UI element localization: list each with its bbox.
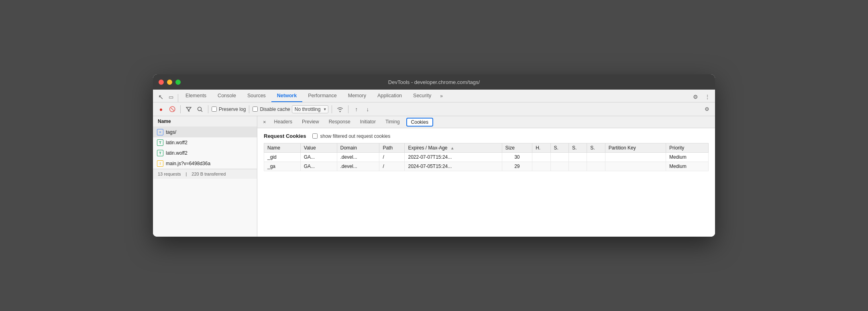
tab-response[interactable]: Response (324, 116, 355, 128)
tab-cookies[interactable]: Cookies (406, 118, 433, 127)
devtools-body: ↖ ▭ Elements Console Sources Network Per… (153, 90, 715, 237)
col-header-partition-key[interactable]: Partition Key (605, 143, 666, 153)
cursor-icon[interactable]: ↖ (155, 92, 166, 102)
file-item-latin1[interactable]: T latin.woff2 (153, 137, 257, 148)
sec-divider-2 (208, 105, 208, 113)
wifi-icon[interactable] (335, 104, 345, 114)
main-tabs-bar: ↖ ▭ Elements Console Sources Network Per… (153, 90, 715, 102)
cookie-ga-s3 (587, 162, 605, 171)
tab-initiator[interactable]: Initiator (355, 116, 381, 128)
svg-line-1 (201, 110, 203, 112)
cookie-row-ga[interactable]: _ga GA... .devel... / 2024-07-05T15:24..… (264, 162, 709, 171)
secondary-toolbar: ● 🚫 Preserve log Dis (153, 102, 715, 116)
col-header-size[interactable]: Size (502, 143, 532, 153)
col-header-path[interactable]: Path (379, 143, 405, 153)
detail-panel: × Headers Preview Response Initiator Tim… (257, 116, 715, 237)
mobile-icon[interactable]: ▭ (166, 92, 176, 102)
filter-icon[interactable] (184, 104, 194, 114)
tab-memory[interactable]: Memory (342, 90, 372, 102)
minimize-button[interactable] (167, 80, 172, 85)
settings-icon[interactable]: ⚙ (690, 92, 701, 102)
maximize-button[interactable] (175, 80, 181, 85)
throttle-select[interactable]: No throttling (292, 105, 328, 113)
col-header-s1[interactable]: S. (550, 143, 568, 153)
col-header-domain[interactable]: Domain (337, 143, 379, 153)
cookie-ga-s1 (550, 162, 568, 171)
cookies-area: Request Cookies show filtered out reques… (257, 128, 715, 237)
file-item-mainjs[interactable]: ! main.js?v=6498d36a (153, 158, 257, 169)
tab-elements[interactable]: Elements (180, 90, 212, 102)
cookie-gid-path: / (379, 153, 405, 162)
preserve-log-checkbox[interactable]: Preserve log (212, 106, 246, 112)
cookie-gid-s1 (550, 153, 568, 162)
tab-application[interactable]: Application (372, 90, 408, 102)
record-button[interactable]: ● (156, 104, 166, 114)
sort-arrow: ▲ (450, 146, 454, 150)
request-cookies-title: Request Cookies (264, 133, 306, 139)
file-icon-doc: ≡ (157, 129, 163, 135)
file-item-latin2[interactable]: T latin.woff2 (153, 148, 257, 158)
cookie-ga-name: _ga (264, 162, 301, 171)
col-header-value[interactable]: Value (300, 143, 337, 153)
search-icon[interactable] (195, 104, 205, 114)
cookie-ga-domain: .devel... (337, 162, 379, 171)
settings-icon-2[interactable]: ⚙ (702, 104, 712, 114)
tab-network[interactable]: Network (271, 90, 302, 102)
cookie-ga-h (532, 162, 550, 171)
show-filtered-checkbox[interactable]: show filtered out request cookies (312, 133, 390, 139)
cookie-gid-partkey (605, 153, 666, 162)
disable-cache-checkbox[interactable]: Disable cache (253, 106, 290, 112)
devtools-window: DevTools - developer.chrome.com/tags/ ↖ … (153, 74, 715, 237)
file-icon-js: ! (157, 160, 163, 167)
col-header-priority[interactable]: Priority (666, 143, 708, 153)
cookie-ga-value: GA... (300, 162, 337, 171)
sec-divider-3 (249, 105, 249, 113)
col-header-h[interactable]: H. (532, 143, 550, 153)
cookie-gid-value: GA... (300, 153, 337, 162)
tab-preview[interactable]: Preview (297, 116, 324, 128)
file-icon-font1: T (157, 139, 163, 146)
tab-sources[interactable]: Sources (242, 90, 271, 102)
cookie-row-gid[interactable]: _gid GA... .devel... / 2022-07-07T15:24.… (264, 153, 709, 162)
file-name-latin2: latin.woff2 (166, 150, 187, 156)
traffic-lights (159, 80, 181, 85)
more-tabs-button[interactable]: » (437, 90, 446, 102)
col-header-expires[interactable]: Expires / Max-Age ▲ (405, 143, 502, 153)
block-button[interactable]: 🚫 (167, 104, 177, 114)
file-icon-font2: T (157, 150, 163, 156)
close-button[interactable] (159, 80, 164, 85)
cookie-ga-expires: 2024-07-05T15:24... (405, 162, 502, 171)
sec-divider-1 (180, 105, 181, 113)
show-filtered-label: show filtered out request cookies (320, 133, 390, 139)
window-title: DevTools - developer.chrome.com/tags/ (388, 79, 480, 85)
file-item-tags[interactable]: ≡ tags/ (153, 127, 257, 137)
cookies-header-row: Name Value Domain Path Expires / Max-Age… (264, 143, 709, 153)
more-vert-icon[interactable]: ⋮ (702, 92, 713, 102)
show-filtered-input[interactable] (312, 133, 318, 139)
download-icon[interactable]: ↓ (363, 104, 373, 114)
col-header-s2[interactable]: S. (568, 143, 587, 153)
title-bar: DevTools - developer.chrome.com/tags/ (153, 74, 715, 90)
request-cookies-header: Request Cookies show filtered out reques… (264, 133, 709, 139)
cookie-gid-priority: Medium (666, 153, 708, 162)
upload-icon[interactable]: ↑ (352, 104, 361, 114)
requests-count: 13 requests (158, 172, 181, 176)
toolbar-right: ⚙ ⋮ (690, 92, 713, 102)
col-header-name[interactable]: Name (264, 143, 301, 153)
cookies-table: Name Value Domain Path Expires / Max-Age… (264, 143, 709, 171)
sec-divider-4 (332, 105, 332, 113)
cookie-ga-partkey (605, 162, 666, 171)
tab-security[interactable]: Security (408, 90, 437, 102)
tab-console[interactable]: Console (212, 90, 242, 102)
cookie-gid-h (532, 153, 550, 162)
tab-performance[interactable]: Performance (302, 90, 342, 102)
cookie-gid-size: 30 (502, 153, 532, 162)
detail-tabs: × Headers Preview Response Initiator Tim… (257, 116, 715, 128)
svg-point-0 (198, 107, 202, 110)
close-detail-tab[interactable]: × (260, 119, 269, 125)
tab-timing[interactable]: Timing (381, 116, 405, 128)
file-list: Name ≡ tags/ T latin.woff2 T latin.woff2… (153, 116, 257, 237)
tab-headers[interactable]: Headers (269, 116, 297, 128)
divider-bar: | (185, 172, 187, 176)
col-header-s3[interactable]: S. (587, 143, 605, 153)
